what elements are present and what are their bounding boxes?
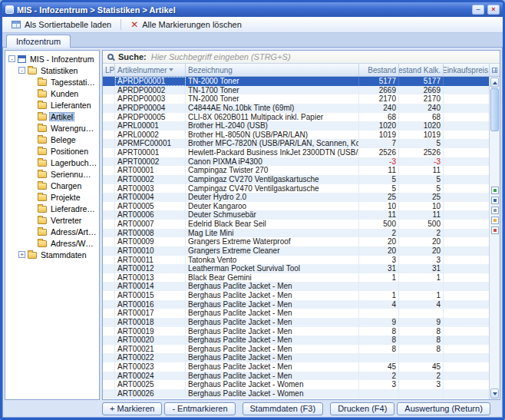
table-row[interactable]: ART00024Berghaus Paclite Jacket - Men22 [103,372,489,381]
chart-icon[interactable] [491,197,499,204]
grid-settings-icon[interactable] [491,227,499,234]
collapse-icon[interactable]: - [18,67,25,74]
column-header-bestand[interactable]: Bestand [359,64,399,76]
search-bar[interactable]: Suche: Hier Suchbegriff eingeben (STRG+S… [103,51,500,64]
cell-einkaufspreis [444,300,489,309]
tree-item-stammdaten[interactable]: +Stammdaten [5,249,99,260]
table-row[interactable]: ART00023Berghaus Paclite Jacket - Men454… [103,362,489,372]
tree-item-lieferadressen[interactable]: Lieferadressen [5,203,99,214]
stammdaten-button[interactable]: Stammdaten (F3) [243,402,324,415]
table-row[interactable]: ART00001Campingaz Twister 2701111 [103,166,489,175]
scroll-up-button[interactable] [490,78,499,88]
tree-item-belege[interactable]: Belege [5,134,99,145]
table-row[interactable]: ART00002Campingaz CV270 Ventilgaskartusc… [103,175,489,184]
table-row[interactable]: APRDP00003TN-2000 Toner21702170 [103,94,489,104]
scrollbar-track[interactable] [490,131,500,185]
column-header-bezeichnung[interactable]: Bezeichnung [186,64,359,76]
print-icon[interactable] [491,207,499,214]
collapse-icon[interactable]: - [8,55,15,62]
tree-item-mis-infozentrum[interactable]: -MIS - Infozentrum [5,53,99,64]
column-chooser-button[interactable] [490,64,500,77]
table-row[interactable]: ART00011Tatonka Vento33 [103,256,489,265]
cell-lp [103,94,115,104]
table-row[interactable]: APRDP00001TN-2000 Toner51775177 [103,77,489,86]
table-row[interactable]: ART00005Deuter Kangaroo1010 [103,202,489,211]
table-row[interactable]: APRDP00002TN-1700 Toner26692669 [103,86,489,95]
tree-item-adress-artikel[interactable]: Adress/Artikel [5,226,99,237]
minimize-button[interactable]: – [472,5,484,15]
filter-icon[interactable] [491,217,499,224]
folder-icon [38,114,47,121]
table-row[interactable]: ART00014Berghaus Paclite Jacket - Men [103,282,489,291]
excel-export-icon[interactable] [491,187,499,194]
table-row[interactable]: ART00015Berghaus Paclite Jacket - Men11 [103,291,489,300]
table-row[interactable]: ART00008Mag Lite Mini22 [103,229,489,238]
table-row[interactable]: ART00017Berghaus Paclite Jacket - Men [103,309,489,318]
table-row[interactable]: ART00016Berghaus Paclite Jacket - Men44 [103,300,489,309]
table-row[interactable]: ART00020Berghaus Paclite Jacket - Men88 [103,336,489,345]
cell-bezeichnung: C4844AE No.10bk Tinte (69ml) [186,104,359,113]
drucken-button[interactable]: Drucken (F4) [330,402,394,415]
table-row[interactable]: ART00022Berghaus Paclite Jacket - Men [103,353,489,362]
cell-artikelnummer: APRT00001 [115,148,186,157]
table-row[interactable]: APRMFC00001Brother MFC-7820N (USB/PAR/LA… [103,139,489,148]
tree-item-seriennummern[interactable]: Seriennummern [5,168,99,180]
cell-bestand-kalk: 8 [399,345,444,354]
table-row[interactable]: ART00007Edelrid Black Bear Seil500500 [103,220,489,229]
tree-item-kunden[interactable]: Kunden [5,88,99,99]
tree-item-tagesstatistik[interactable]: Tagesstatistik [5,76,99,88]
table-row[interactable]: ART00009Grangers Extreme Waterproof2020 [103,237,489,246]
unmark-button[interactable]: - Entmarkieren [164,402,235,415]
expand-icon[interactable]: + [18,251,25,258]
grid-tool-icons [490,185,500,236]
table-row[interactable]: ART00012Leatherman Pocket Survival Tool3… [103,264,489,273]
table-row[interactable]: ART00018Berghaus Paclite Jacket - Men99 [103,318,489,327]
table-row[interactable]: APRDP00004C4844AE No.10bk Tinte (69ml)24… [103,104,489,113]
tree-item-statistiken[interactable]: -Statistiken [5,64,99,76]
cell-bezeichnung: Campingaz Twister 270 [186,166,359,175]
table-row[interactable]: APRDP00005CLI-8X 0620B011 Multipack inkl… [103,113,489,122]
cell-bestand: 8 [359,336,399,345]
scrollbar-thumb[interactable] [490,88,499,131]
mark-button[interactable]: + Markieren [102,402,162,415]
scrollbar-track-lower[interactable] [490,236,500,388]
tree-item-chargen[interactable]: Chargen [5,180,99,191]
table-row[interactable]: ART00013Black Bear Gemini11 [103,273,489,283]
table-row[interactable]: ART00003Campingaz CV470 Ventilgaskartusc… [103,184,489,193]
tab-bar: Infozentrum [2,33,503,48]
column-header-einkaufspreis[interactable]: Einkaufspreis [444,64,491,76]
load-sort-table-button[interactable]: Als Sortiertabelle laden [7,18,116,31]
table-row[interactable]: ART00025Berghaus Paclite Jacket - Women3… [103,380,489,389]
table-row[interactable]: APRL00002Brother HL-8050N (USB/PAR/LAN)1… [103,131,489,140]
table-row[interactable]: ART00021Berghaus Paclite Jacket - Men88 [103,345,489,354]
tree-item-warengruppen[interactable]: Warengruppen [5,122,99,134]
table-row[interactable]: ART00004Deuter Hydro 2.02525 [103,193,489,202]
table-row[interactable]: ART00019Berghaus Paclite Jacket - Men88 [103,327,489,336]
tree-item-lieferanten[interactable]: Lieferanten [5,99,99,111]
table-row[interactable]: ART00026Berghaus Paclite Jacket - Women [103,389,489,399]
table-row[interactable]: ART00006Deuter Schmusebär1111 [103,210,489,220]
cell-lp [103,246,115,256]
table-row[interactable]: APRL00001Brother HL-2040 (USB)10201020 [103,121,489,131]
tree-item-vertreter[interactable]: Vertreter [5,214,99,226]
cell-bezeichnung: Grangers Extreme Waterproof [186,237,359,246]
column-header-artikelnummer[interactable]: Artikelnummer [115,64,186,76]
auswertung-button[interactable]: Auswertung (Return) [397,402,490,415]
cell-einkaufspreis [444,291,489,300]
scroll-down-button[interactable] [490,389,499,399]
tree-item-projekte[interactable]: Projekte [5,191,99,203]
table-row[interactable]: APRT00001Hewlett-Packard Business InkJet… [103,148,489,157]
column-header-lp[interactable]: LP [103,64,115,76]
column-header-bestand-kalk[interactable]: Bestand Kalk. [399,64,444,76]
cell-bestand-kalk: 5 [399,184,444,193]
table-row[interactable]: APRT00002Canon PIXMA iP4300-3-3 [103,157,489,167]
close-button[interactable]: × [487,5,500,15]
tree-item-adress-warengruppen[interactable]: Adress/Warengruppen [5,237,99,249]
tree-item-positionen[interactable]: Positionen [5,145,99,157]
tab-infozentrum[interactable]: Infozentrum [6,35,71,48]
table-row[interactable]: ART00010Grangers Extreme Cleaner2020 [103,246,489,256]
tree-item-artikel[interactable]: Artikel [5,111,99,122]
cell-artikelnummer: ART00003 [115,184,186,193]
tree-item-lagerbuchungen[interactable]: Lagerbuchungen [5,157,99,168]
clear-marks-button[interactable]: ✕ Alle Markierungen löschen [126,18,246,31]
